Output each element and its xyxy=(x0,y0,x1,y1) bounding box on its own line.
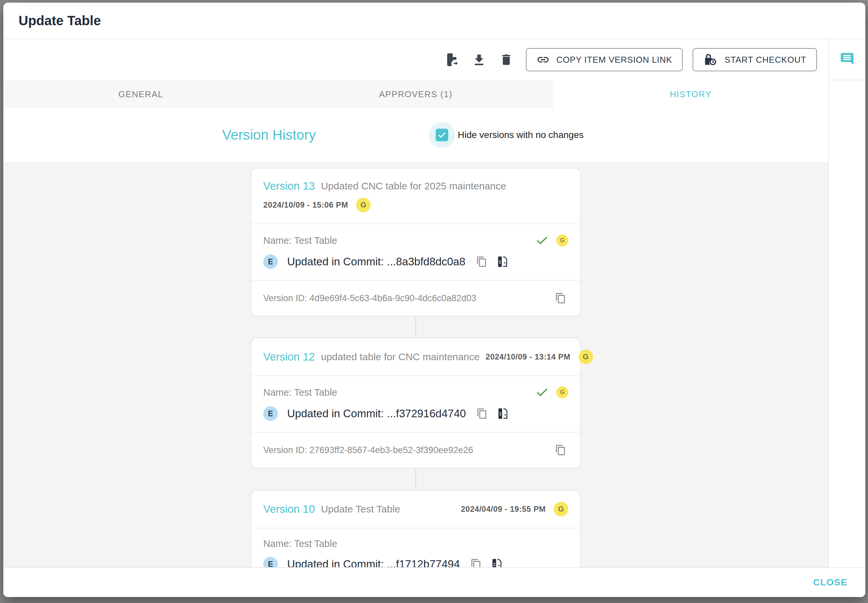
copy-icon xyxy=(555,444,566,456)
copy-icon xyxy=(555,292,566,304)
version-id: Version ID: 27693ff2-8567-4eb3-be52-3f39… xyxy=(263,445,473,455)
copy-version-id-button[interactable] xyxy=(553,291,568,306)
tab-general[interactable]: GENERAL xyxy=(3,80,278,108)
version-summary: Updated CNC table for 2025 maintenance xyxy=(321,181,506,192)
copy-icon xyxy=(476,408,488,419)
download-icon xyxy=(472,53,486,67)
file-diff-icon xyxy=(496,255,509,268)
view-diff-button[interactable] xyxy=(495,254,510,269)
dialog-header: Update Table xyxy=(3,3,865,39)
name-field: Name: Test Table xyxy=(263,387,337,398)
approved-check-icon xyxy=(536,234,548,247)
download-button[interactable] xyxy=(472,52,487,67)
name-field: Name: Test Table xyxy=(263,235,337,246)
dialog-footer: CLOSE xyxy=(3,567,865,597)
commit-text: Updated in Commit: ...8a3bfd8dc0a8 xyxy=(287,255,466,268)
version-id: Version ID: 4d9e69f4-5c63-4b6a-9c90-4dc6… xyxy=(263,293,476,303)
trash-icon xyxy=(499,53,513,66)
tab-history[interactable]: HISTORY xyxy=(553,80,828,108)
start-checkout-label: START CHECKOUT xyxy=(725,55,806,65)
update-table-dialog: Update Table xyxy=(3,3,865,597)
close-button[interactable]: CLOSE xyxy=(813,577,848,588)
edit-change-badge: E xyxy=(263,254,278,269)
version-summary: Update Test Table xyxy=(321,504,400,515)
copy-item-version-link-label: COPY ITEM VERSION LINK xyxy=(557,55,672,65)
timeline-connector xyxy=(415,468,416,490)
copy-icon xyxy=(470,558,482,567)
view-diff-button[interactable] xyxy=(489,557,504,567)
timeline-connector xyxy=(415,317,416,338)
approver-avatar: G xyxy=(557,387,568,398)
tab-bar: GENERAL APPROVERS (1) HISTORY xyxy=(3,80,828,108)
copy-item-version-link-button[interactable]: COPY ITEM VERSION LINK xyxy=(526,48,683,71)
copy-version-id-button[interactable] xyxy=(553,442,568,458)
commit-text: Updated in Commit: ...f1712b77494 xyxy=(287,558,460,567)
comment-icon xyxy=(839,51,855,68)
name-field: Name: Test Table xyxy=(263,538,337,549)
file-diff-icon xyxy=(496,407,509,420)
version-card-10: Version 10 Update Test Table 2024/04/09 … xyxy=(251,490,581,567)
version-summary: updated table for CNC maintenance xyxy=(321,351,480,363)
dimmed-backdrop: Update Table xyxy=(0,0,868,603)
file-diff-icon xyxy=(490,558,503,567)
export-file-button[interactable] xyxy=(444,52,459,67)
approved-check-icon xyxy=(536,386,548,399)
version-timestamp: 2024/10/09 - 15:06 PM xyxy=(263,200,348,210)
version-history-header-row: Version History Hide versions with no ch… xyxy=(3,108,828,162)
user-avatar: G xyxy=(356,198,371,212)
side-rail xyxy=(828,39,865,567)
lock-clock-icon xyxy=(703,53,718,67)
version-link[interactable]: Version 12 xyxy=(263,351,315,363)
link-icon xyxy=(537,53,550,66)
user-avatar: G xyxy=(554,502,568,516)
edit-change-badge: E xyxy=(263,406,278,421)
commit-text: Updated in Commit: ...f372916d4740 xyxy=(287,407,466,420)
checkbox-checked-icon[interactable] xyxy=(436,129,448,141)
copy-commit-button[interactable] xyxy=(474,254,489,269)
copy-commit-button[interactable] xyxy=(475,406,490,421)
hide-versions-label: Hide versions with no changes xyxy=(458,130,584,140)
edit-change-badge: E xyxy=(263,557,278,567)
toolbar: COPY ITEM VERSION LINK START CHECKOUT xyxy=(3,39,828,80)
version-timestamp: 2024/04/09 - 19:55 PM xyxy=(461,504,546,514)
version-card-13: Version 13 Updated CNC table for 2025 ma… xyxy=(251,168,581,317)
version-card-12: Version 12 updated table for CNC mainten… xyxy=(251,338,581,468)
hide-versions-checkbox[interactable]: Hide versions with no changes xyxy=(436,129,584,141)
view-diff-button[interactable] xyxy=(495,406,510,421)
approver-avatar: G xyxy=(557,235,568,246)
version-link[interactable]: Version 13 xyxy=(263,180,315,192)
delete-button[interactable] xyxy=(499,52,514,67)
version-list: Version 13 Updated CNC table for 2025 ma… xyxy=(3,162,828,567)
version-timestamp: 2024/10/09 - 13:14 PM xyxy=(486,352,570,362)
version-history-title: Version History xyxy=(222,127,316,143)
version-link[interactable]: Version 10 xyxy=(263,503,315,515)
user-avatar: G xyxy=(578,349,593,364)
copy-commit-button[interactable] xyxy=(469,557,484,567)
comments-panel-button[interactable] xyxy=(839,52,855,67)
copy-icon xyxy=(476,256,487,267)
start-checkout-button[interactable]: START CHECKOUT xyxy=(692,48,817,71)
file-export-icon xyxy=(444,52,459,67)
dialog-title: Update Table xyxy=(19,13,101,28)
tab-approvers[interactable]: APPROVERS (1) xyxy=(278,80,553,108)
